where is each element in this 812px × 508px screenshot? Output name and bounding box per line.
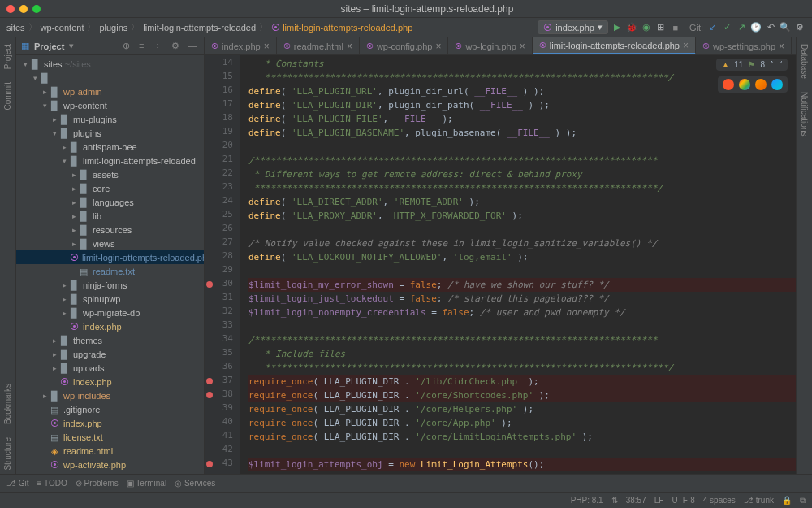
code-line[interactable] (248, 319, 796, 333)
tree-row[interactable]: ▸▉assets (16, 167, 204, 181)
tree-row[interactable]: ▾▉plugins (16, 126, 204, 140)
line-number[interactable]: 14 (205, 57, 240, 71)
code-line[interactable]: define( 'LLA_PLUGIN_URL', plugin_dir_url… (248, 85, 796, 98)
coverage-button[interactable]: ◉ (641, 22, 652, 33)
line-number[interactable]: 33 (205, 319, 240, 333)
breakpoint-icon[interactable] (206, 378, 213, 384)
debug-button[interactable]: 🐞 (626, 22, 637, 33)
line-number[interactable]: 22 (205, 167, 240, 181)
settings-icon[interactable]: ⚙ (171, 41, 183, 52)
bookmarks-tool-button[interactable]: Bookmarks (3, 380, 12, 428)
breadcrumb-item[interactable]: wp-content (41, 23, 84, 33)
code-line[interactable]: ****************************************… (248, 361, 796, 375)
tree-row[interactable]: ▾▉limit-login-attempts-reloaded (16, 154, 204, 167)
tree-row[interactable]: ▸▉views (16, 237, 204, 250)
line-number[interactable]: 29 (205, 264, 240, 278)
status-processes-icon[interactable]: ⧉ (800, 496, 806, 506)
status-line-ending[interactable]: LF (654, 496, 664, 505)
tree-row[interactable]: ▾▉sites ~/sites (16, 57, 204, 71)
editor-tab[interactable]: ⦿index.php× (205, 37, 277, 54)
tree-row[interactable]: ▸▉uploads (16, 361, 204, 375)
line-number[interactable]: 17 (205, 98, 240, 112)
editor-tab[interactable]: ⦿wp-settings.php× (696, 37, 792, 54)
code-line[interactable]: require_once( LLA_PLUGIN_DIR . '/core/Li… (248, 430, 796, 444)
settings-icon[interactable]: ⚙ (794, 22, 806, 33)
editor-tab[interactable]: ⦿wp-login.php× (448, 37, 532, 54)
status-cursor-pos[interactable]: 38:57 (626, 496, 646, 505)
breadcrumb-item[interactable]: limit-login-attempts-reloaded (143, 23, 256, 33)
close-window-icon[interactable] (6, 5, 15, 13)
line-number[interactable]: 38 (205, 389, 240, 402)
project-view-icon[interactable]: ▦ (21, 41, 29, 51)
tree-row[interactable]: ▸▉upgrade (16, 347, 204, 361)
tree-row[interactable]: ⦿wp-activate.php (16, 458, 204, 471)
tree-row[interactable]: ▤license.txt (16, 430, 204, 444)
todo-tool-button[interactable]: ≡ TODO (37, 479, 67, 488)
breakpoint-icon[interactable] (206, 281, 213, 288)
line-number[interactable]: 32 (205, 306, 240, 319)
line-number[interactable]: 15 (205, 71, 240, 85)
stop-button[interactable]: ■ (670, 22, 681, 33)
line-number[interactable]: 27 (205, 237, 240, 250)
close-tab-icon[interactable]: × (347, 41, 352, 52)
maximize-window-icon[interactable] (32, 5, 41, 13)
tree-row[interactable]: ▸▉resources (16, 223, 204, 237)
breakpoint-icon[interactable] (206, 392, 213, 398)
tree-row[interactable]: ▸▉spinupwp (16, 292, 204, 306)
code-line[interactable]: * Include files (248, 347, 796, 361)
tree-row[interactable]: ▸▉wp-admin (16, 85, 204, 98)
code-line[interactable]: define( 'LLA_DIRECT_ADDR', 'REMOTE_ADDR'… (248, 195, 796, 209)
code-line[interactable]: $limit_login_just_lockedout = false; /* … (248, 292, 796, 306)
line-number[interactable]: 31 (205, 292, 240, 306)
tree-row[interactable]: ▸▉wp-migrate-db (16, 306, 204, 319)
editor-code[interactable]: * Constants ****************************… (240, 55, 796, 474)
code-line[interactable]: $limit_login_nonempty_credentials = fals… (248, 306, 796, 319)
vcs-push-icon[interactable]: ↗ (736, 22, 747, 33)
breadcrumb-item[interactable]: sites (6, 23, 25, 33)
code-line[interactable]: * Different ways to get remote address: … (248, 167, 796, 181)
tree-row[interactable]: ▾▉wp-content (16, 98, 204, 112)
run-button[interactable]: ▶ (611, 22, 623, 33)
open-in-browser-widget[interactable] (718, 76, 788, 93)
line-number[interactable]: 23 (205, 181, 240, 195)
code-line[interactable]: /* Notify value checked against these in… (248, 237, 796, 250)
code-line[interactable]: require_once( LLA_PLUGIN_DIR . '/lib/Cid… (248, 375, 796, 389)
code-line[interactable]: define( 'LLA_LOCKOUT_NOTIFY_ALLOWED', 'l… (248, 250, 796, 264)
chevron-down-icon[interactable]: ˅ (779, 60, 783, 69)
line-number[interactable]: 19 (205, 126, 240, 140)
code-line[interactable]: /***************************************… (248, 154, 796, 167)
code-line[interactable] (248, 223, 796, 237)
chevron-down-icon[interactable]: ▾ (69, 41, 74, 51)
line-number[interactable]: 42 (205, 444, 240, 458)
line-number[interactable]: 20 (205, 140, 240, 154)
editor-tab[interactable]: ⦿wp-config.php× (360, 37, 449, 54)
chevron-up-icon[interactable]: ˄ (770, 60, 774, 69)
vcs-history-icon[interactable]: 🕑 (750, 22, 762, 33)
tree-row[interactable]: ▸▉languages (16, 195, 204, 209)
collapse-all-icon[interactable]: ÷ (155, 41, 166, 52)
minimize-window-icon[interactable] (19, 5, 28, 13)
browser-safari-icon[interactable] (771, 79, 783, 90)
close-tab-icon[interactable]: × (779, 41, 784, 52)
hide-panel-icon[interactable]: — (188, 41, 199, 52)
tree-row[interactable]: ⦿index.php (16, 319, 204, 333)
tree-row[interactable]: ▸▉ninja-forms (16, 278, 204, 292)
line-number[interactable]: 16 (205, 85, 240, 98)
expand-all-icon[interactable]: ≡ (139, 41, 150, 52)
code-line[interactable]: $limit_login_attempts_obj = new Limit_Lo… (248, 458, 796, 471)
code-line[interactable] (248, 264, 796, 278)
vcs-update-icon[interactable]: ↙ (706, 22, 718, 33)
code-line[interactable]: require_once( LLA_PLUGIN_DIR . '/core/He… (248, 402, 796, 416)
code-line[interactable]: define( 'LLA_PLUGIN_FILE', __FILE__ ); (248, 112, 796, 126)
vcs-commit-icon[interactable]: ✓ (721, 22, 732, 33)
editor-tab[interactable]: ⦿readme.html× (277, 37, 360, 54)
tree-row[interactable]: ▾▉ (16, 71, 204, 85)
line-number[interactable]: 34 (205, 333, 240, 347)
line-number[interactable]: 41 (205, 430, 240, 444)
profiler-button[interactable]: ⊞ (655, 22, 667, 33)
line-number[interactable]: 43 (205, 458, 240, 471)
status-encoding[interactable]: UTF-8 (672, 496, 694, 505)
code-line[interactable]: /***************************************… (248, 333, 796, 347)
breadcrumb-item[interactable]: plugins (99, 23, 127, 33)
notifications-tool-button[interactable]: Notifications (800, 89, 809, 139)
